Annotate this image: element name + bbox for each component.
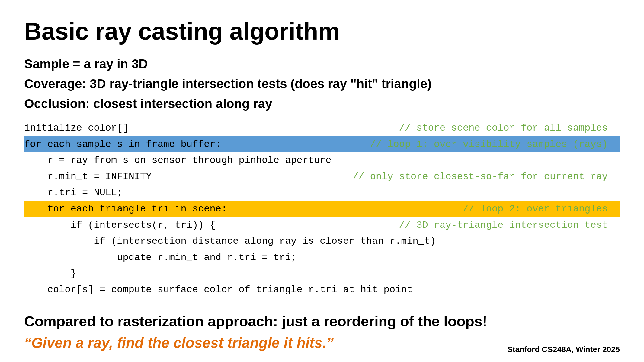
code-comment-11 (413, 282, 620, 297)
code-section: initialize color[] // store scene color … (24, 120, 620, 298)
code-text-1: initialize color[] (24, 121, 129, 136)
code-comment-1: // store scene color for all samples (129, 121, 620, 136)
code-text-7: if (intersects(r, tri)) { (24, 218, 216, 233)
code-comment-4: // only store closest-so-far for current… (152, 169, 620, 184)
code-block: initialize color[] // store scene color … (24, 120, 620, 298)
page-title: Basic ray casting algorithm (24, 18, 620, 45)
code-text-9: update r.min_t and r.tri = tri; (24, 250, 297, 265)
code-comment-2: // loop 1: over visibility samples (rays… (221, 137, 620, 152)
subtitle-occlusion: Occlusion: closest intersection along ra… (24, 97, 620, 111)
code-line-1: initialize color[] // store scene color … (24, 120, 620, 136)
code-text-11: color[s] = compute surface color of tria… (24, 282, 413, 297)
code-text-2: for each sample s in frame buffer: (24, 137, 221, 152)
subtitle-coverage: Coverage: 3D ray-triangle intersection t… (24, 77, 620, 91)
code-text-10: } (24, 266, 76, 281)
code-comment-5 (123, 185, 620, 200)
code-line-3: r = ray from s on sensor through pinhole… (24, 152, 620, 169)
code-line-5: r.tri = NULL; (24, 185, 620, 201)
code-line-10: } (24, 265, 620, 282)
subtitle-sample: Sample = a ray in 3D (24, 57, 620, 71)
code-text-8: if (intersection distance along ray is c… (24, 234, 436, 249)
footer-text: Stanford CS248A, Winter 2025 (507, 345, 620, 354)
code-text-6: for each triangle tri in scene: (24, 202, 227, 217)
code-comment-7: // 3D ray-triangle intersection test (216, 218, 620, 233)
code-line-7: if (intersects(r, tri)) { // 3D ray-tria… (24, 217, 620, 233)
code-comment-9 (297, 250, 620, 265)
code-comment-6: // loop 2: over triangles (227, 202, 620, 217)
code-line-8: if (intersection distance along ray is c… (24, 233, 620, 249)
code-text-3: r = ray from s on sensor through pinhole… (24, 153, 332, 168)
code-text-5: r.tri = NULL; (24, 185, 123, 200)
code-text-4: r.min_t = INFINITY (24, 169, 152, 184)
code-comment-3 (332, 153, 620, 168)
code-comment-10 (76, 266, 620, 281)
code-line-9: update r.min_t and r.tri = tri; (24, 249, 620, 266)
code-line-4: r.min_t = INFINITY // only store closest… (24, 169, 620, 185)
code-line-2: for each sample s in frame buffer: // lo… (24, 136, 620, 153)
code-comment-8 (436, 234, 620, 249)
bottom-heading: Compared to rasterization approach: just… (24, 313, 620, 330)
code-line-11: color[s] = compute surface color of tria… (24, 282, 620, 298)
code-line-6: for each triangle tri in scene: // loop … (24, 201, 620, 217)
